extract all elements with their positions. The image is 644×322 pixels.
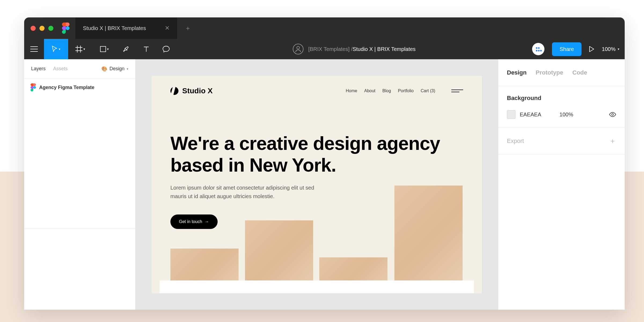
- svg-point-2: [536, 47, 537, 49]
- chevron-down-icon: ▾: [83, 47, 85, 51]
- tab-layers[interactable]: Layers: [31, 66, 46, 72]
- export-label: Export: [507, 138, 524, 145]
- svg-point-4: [536, 50, 537, 51]
- right-panel: Design Prototype Code Background EAEAEA …: [498, 59, 625, 310]
- export-section: Export ＋: [498, 128, 625, 154]
- hamburger-menu-icon[interactable]: [451, 88, 463, 94]
- figma-window: Studio X | BRIX Templates ✕ ＋ ▾ ▾ ▾: [24, 17, 625, 310]
- page-selector[interactable]: 🎨 Design ▾: [101, 66, 128, 72]
- nav-portfolio[interactable]: Portfolio: [398, 88, 414, 93]
- chevron-down-icon: ▾: [127, 67, 128, 71]
- design-frame[interactable]: Studio X Home About Blog Portfolio Cart …: [152, 76, 482, 293]
- page-label: Design: [109, 66, 125, 72]
- menu-button[interactable]: [24, 39, 44, 59]
- left-panel-tabs: Layers Assets 🎨 Design ▾: [24, 59, 135, 79]
- svg-point-1: [297, 46, 299, 49]
- svg-point-7: [612, 114, 614, 116]
- share-button[interactable]: Share: [552, 42, 581, 56]
- toolbar-center: [BRIX Templates] /Studio X | BRIX Templa…: [176, 44, 532, 54]
- background-color-swatch[interactable]: [507, 110, 515, 119]
- close-tab-button[interactable]: ✕: [165, 25, 170, 32]
- nav-cart[interactable]: Cart (3): [421, 88, 435, 93]
- nav-blog[interactable]: Blog: [382, 88, 391, 93]
- cursor-icon: [52, 46, 58, 53]
- text-tool[interactable]: [136, 39, 156, 59]
- tab-code[interactable]: Code: [572, 69, 587, 76]
- logo-text: Studio X: [182, 87, 213, 95]
- nav-home[interactable]: Home: [346, 88, 357, 93]
- traffic-lights: [24, 26, 60, 31]
- background-row: EAEAEA 100%: [507, 110, 616, 119]
- tab-assets[interactable]: Assets: [53, 66, 68, 72]
- pen-icon: [123, 46, 130, 53]
- document-path[interactable]: [BRIX Templates] /Studio X | BRIX Templa…: [308, 46, 416, 52]
- rectangle-icon: [100, 46, 106, 52]
- minimize-window-button[interactable]: [39, 26, 45, 31]
- team-name: [BRIX Templates] /: [308, 46, 353, 52]
- chevron-down-icon: ▾: [618, 47, 619, 51]
- user-avatar[interactable]: [532, 43, 544, 55]
- white-overlay-strip: [160, 280, 474, 293]
- background-section: Background EAEAEA 100%: [498, 86, 625, 128]
- zoom-value: 100%: [602, 46, 616, 52]
- present-button[interactable]: [589, 46, 594, 52]
- chevron-down-icon: ▾: [107, 47, 109, 51]
- tab-design[interactable]: Design: [507, 69, 526, 76]
- comment-tool[interactable]: [156, 39, 176, 59]
- palette-icon: 🎨: [101, 66, 107, 72]
- figma-logo-icon: [31, 83, 36, 91]
- new-tab-button[interactable]: ＋: [185, 24, 191, 32]
- right-panel-tabs: Design Prototype Code: [498, 59, 625, 86]
- figma-logo-icon: [62, 23, 69, 34]
- maximize-window-button[interactable]: [48, 26, 53, 31]
- shape-tool[interactable]: ▾: [92, 39, 116, 59]
- frame-tool[interactable]: ▾: [68, 39, 92, 59]
- user-avatar-icon[interactable]: [293, 44, 303, 54]
- doc-name: Studio X | BRIX Templates: [353, 46, 416, 52]
- logo-mark-icon: [170, 87, 178, 95]
- background-label: Background: [507, 95, 616, 102]
- pen-tool[interactable]: [116, 39, 136, 59]
- avatar-dots-icon: [535, 45, 542, 53]
- frame-nav: Studio X Home About Blog Portfolio Cart …: [152, 76, 482, 106]
- close-window-button[interactable]: [31, 26, 36, 31]
- svg-rect-0: [100, 46, 106, 52]
- person-icon: [295, 46, 301, 52]
- title-bar: Studio X | BRIX Templates ✕ ＋: [24, 17, 625, 39]
- tab-title: Studio X | BRIX Templates: [83, 25, 146, 31]
- visibility-toggle-icon[interactable]: [609, 112, 616, 117]
- comment-icon: [162, 46, 170, 53]
- frame-icon: [75, 46, 82, 53]
- text-icon: [143, 46, 149, 52]
- svg-point-6: [540, 50, 542, 51]
- canvas[interactable]: Studio X Home About Blog Portfolio Cart …: [136, 59, 498, 310]
- hero-title: We're a creative design agency based in …: [170, 133, 463, 176]
- layer-frame-row[interactable]: Agency Figma Template: [24, 79, 135, 96]
- main-area: Layers Assets 🎨 Design ▾ Agency Figma Te…: [24, 59, 625, 310]
- document-tab[interactable]: Studio X | BRIX Templates ✕: [75, 17, 177, 39]
- nav-about[interactable]: About: [364, 88, 375, 93]
- background-opacity[interactable]: 100%: [559, 112, 573, 118]
- zoom-selector[interactable]: 100% ▾: [602, 46, 619, 52]
- nav-links: Home About Blog Portfolio Cart (3): [346, 88, 463, 94]
- image-bar-4: [394, 186, 463, 293]
- svg-point-5: [538, 50, 540, 51]
- tab-prototype[interactable]: Prototype: [536, 69, 563, 76]
- left-panel-bottom-section: [24, 229, 135, 310]
- move-tool[interactable]: ▾: [44, 39, 68, 59]
- hero-image-bars: [152, 186, 482, 293]
- layer-name: Agency Figma Template: [39, 85, 94, 90]
- svg-point-3: [538, 47, 540, 49]
- toolbar: ▾ ▾ ▾ [BRIX Te: [24, 39, 625, 59]
- left-panel: Layers Assets 🎨 Design ▾ Agency Figma Te…: [24, 59, 136, 310]
- chevron-down-icon: ▾: [59, 47, 60, 51]
- hamburger-icon: [30, 46, 38, 52]
- background-hex[interactable]: EAEAEA: [520, 112, 541, 118]
- add-export-button[interactable]: ＋: [609, 136, 616, 146]
